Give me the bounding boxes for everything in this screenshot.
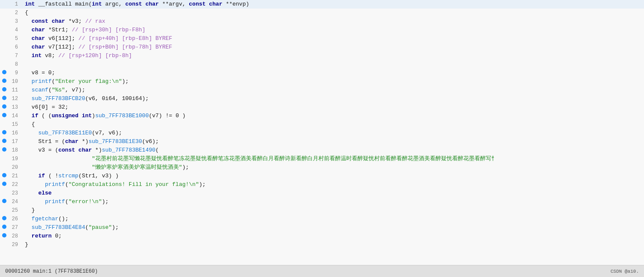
line-code: fgetchar(); <box>21 215 644 223</box>
line-code: printf("Congratulations! Fill in your fl… <box>21 180 644 189</box>
line-code: "懒炉寒炉寒酒美炉寒温时疑恍酒美"); <box>21 163 644 172</box>
line-code: int v8; // [rsp+120h] [rbp-8h] <box>21 52 644 60</box>
table-row: 6 char v7[112]; // [rsp+B0h] [rbp-78h] B… <box>0 43 644 52</box>
line-number: 14 <box>8 112 21 120</box>
line-number: 15 <box>8 120 21 129</box>
line-number: 18 <box>8 146 21 155</box>
line-code: } <box>21 206 644 215</box>
line-number: 8 <box>8 60 21 69</box>
line-number: 23 <box>8 189 21 198</box>
line-code: int __fastcall main(int argc, const char… <box>21 0 644 9</box>
table-row: 13 v6[0] = 32; <box>0 103 644 112</box>
table-row: 21 if ( !strcmp(Str1, v3) ) <box>0 172 644 180</box>
table-row: 16 sub_7FF783BE11E0(v7, v6); <box>0 129 644 137</box>
line-number: 3 <box>8 17 21 26</box>
dot-indicator <box>2 87 6 91</box>
table-row: 9 v8 = 0; <box>0 69 644 77</box>
code-area[interactable]: 1int __fastcall main(int argc, const cha… <box>0 0 644 265</box>
breakpoint-dot[interactable] <box>0 17 8 26</box>
line-number: 13 <box>8 103 21 112</box>
breakpoint-dot[interactable] <box>0 172 8 180</box>
line-code: sub_7FF783BE4E84("pause"); <box>21 223 644 232</box>
breakpoint-dot[interactable] <box>0 43 8 52</box>
line-number: 1 <box>8 0 21 9</box>
table-row: 18 v3 = (const char *)sub_7FF783BE1490( <box>0 146 644 155</box>
line-number: 26 <box>8 215 21 223</box>
breakpoint-dot[interactable] <box>0 77 8 86</box>
table-row: 8 <box>0 60 644 69</box>
line-code <box>21 60 644 69</box>
breakpoint-dot[interactable] <box>0 189 8 198</box>
dot-indicator <box>2 182 6 186</box>
breakpoint-dot[interactable] <box>0 129 8 137</box>
breakpoint-dot[interactable] <box>0 120 8 129</box>
breakpoint-dot[interactable] <box>0 163 8 172</box>
line-number: 10 <box>8 77 21 86</box>
table-row: 2{ <box>0 9 644 17</box>
table-row: 25 } <box>0 206 644 215</box>
line-number: 12 <box>8 94 21 103</box>
table-row: 14 if ( (unsigned int)sub_7FF783BE1000(v… <box>0 112 644 120</box>
code-table: 1int __fastcall main(int argc, const cha… <box>0 0 644 249</box>
table-row: 23 else <box>0 189 644 198</box>
breakpoint-dot[interactable] <box>0 26 8 34</box>
breakpoint-dot[interactable] <box>0 137 8 146</box>
status-right: CSDN @a10. <box>611 269 639 274</box>
breakpoint-dot[interactable] <box>0 52 8 60</box>
breakpoint-dot[interactable] <box>0 215 8 223</box>
table-row: 7 int v8; // [rsp+120h] [rbp-8h] <box>0 52 644 60</box>
breakpoint-dot[interactable] <box>0 9 8 17</box>
line-number: 19 <box>8 155 21 163</box>
line-code: sub_7FF783BFCB20(v6, 0i64, 100i64); <box>21 94 644 103</box>
table-row: 1int __fastcall main(int argc, const cha… <box>0 0 644 9</box>
dot-indicator <box>2 233 6 237</box>
line-number: 21 <box>8 172 21 180</box>
breakpoint-dot[interactable] <box>0 34 8 43</box>
breakpoint-dot[interactable] <box>0 94 8 103</box>
line-code: { <box>21 9 644 17</box>
line-code: char *Str1; // [rsp+30h] [rbp-F8h] <box>21 26 644 34</box>
table-row: 19 "花墨村前花墨写懒花墨疑恍看醉笔冻花墨疑恍看醉笔冻花墨酒美看醉白月看醉诗新… <box>0 155 644 163</box>
table-row: 10 printf("Enter your flag:\n"); <box>0 77 644 86</box>
breakpoint-dot[interactable] <box>0 240 8 249</box>
line-number: 16 <box>8 129 21 137</box>
line-code: char v7[112]; // [rsp+B0h] [rbp-78h] BYR… <box>21 43 644 52</box>
breakpoint-dot[interactable] <box>0 206 8 215</box>
line-number: 4 <box>8 26 21 34</box>
dot-indicator <box>2 113 6 117</box>
table-row: 12 sub_7FF783BFCB20(v6, 0i64, 100i64); <box>0 94 644 103</box>
breakpoint-dot[interactable] <box>0 60 8 69</box>
line-code: printf("Enter your flag:\n"); <box>21 77 644 86</box>
breakpoint-dot[interactable] <box>0 198 8 206</box>
dot-indicator <box>2 70 6 74</box>
line-code: else <box>21 189 644 198</box>
breakpoint-dot[interactable] <box>0 146 8 155</box>
line-code: v6[0] = 32; <box>21 103 644 112</box>
dot-indicator <box>2 96 6 100</box>
line-code: v3 = (const char *)sub_7FF783BE1490( <box>21 146 644 155</box>
table-row: 4 char *Str1; // [rsp+30h] [rbp-F8h] <box>0 26 644 34</box>
line-code: const char *v3; // rax <box>21 17 644 26</box>
dot-indicator <box>2 173 6 177</box>
dot-indicator <box>2 216 6 220</box>
breakpoint-dot[interactable] <box>0 103 8 112</box>
line-code: Str1 = (char *)sub_7FF783BE1E30(v6); <box>21 137 644 146</box>
table-row: 29} <box>0 240 644 249</box>
breakpoint-dot[interactable] <box>0 69 8 77</box>
breakpoint-dot[interactable] <box>0 223 8 232</box>
breakpoint-dot[interactable] <box>0 86 8 94</box>
breakpoint-dot[interactable] <box>0 155 8 163</box>
breakpoint-dot[interactable] <box>0 0 8 9</box>
line-number: 17 <box>8 137 21 146</box>
breakpoint-dot[interactable] <box>0 112 8 120</box>
breakpoint-dot[interactable] <box>0 232 8 240</box>
line-number: 9 <box>8 69 21 77</box>
table-row: 27 sub_7FF783BE4E84("pause"); <box>0 223 644 232</box>
line-number: 6 <box>8 43 21 52</box>
line-number: 5 <box>8 34 21 43</box>
line-number: 20 <box>8 163 21 172</box>
dot-indicator <box>2 139 6 143</box>
line-number: 28 <box>8 232 21 240</box>
breakpoint-dot[interactable] <box>0 180 8 189</box>
table-row: 15 { <box>0 120 644 129</box>
